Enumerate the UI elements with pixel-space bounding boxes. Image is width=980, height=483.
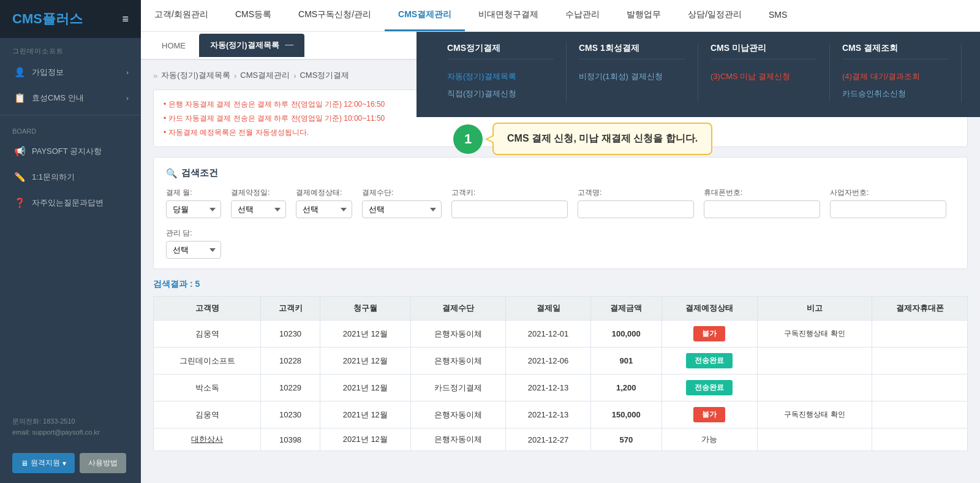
- sidebar-buttons: 🖥 원격지원 ▾ 사용방법: [0, 447, 141, 483]
- dropdown-link-direct-apply[interactable]: 직접(정기)결제신청: [447, 85, 554, 102]
- badge-sent: 전송완료: [686, 380, 733, 395]
- nav-item-cms-register[interactable]: CMS등록: [222, 0, 285, 31]
- logo-plus: 플러스: [42, 11, 83, 26]
- search-field-status: 결제예정상태: 선택가능불가전송완료: [296, 188, 352, 218]
- search-title: 🔍 검색조건: [166, 167, 955, 179]
- dropdown-link-unpaid-apply[interactable]: (3)CMS 미납 결제신청: [710, 68, 817, 85]
- notice-icon: 📢: [14, 146, 26, 157]
- top-nav: 고객/회원관리 CMS등록 CMS구독신청/관리 CMS결제관리 비대면청구결제…: [141, 0, 980, 32]
- dropdown-title-unpaid: CMS 미납관리: [710, 43, 817, 59]
- tab-auto-payment[interactable]: 자동(정기)결제목록 —: [199, 34, 304, 57]
- nav-item-sms[interactable]: SMS: [755, 0, 801, 31]
- sidebar-item-membership[interactable]: 👤 가입정보 ›: [0, 59, 141, 85]
- search-label-phone: 휴대폰번호:: [704, 188, 820, 198]
- search-select-manager[interactable]: 선택: [166, 241, 221, 259]
- tab-close-icon[interactable]: —: [285, 40, 293, 50]
- results-label: 검색결과 :: [153, 279, 193, 289]
- dropdown-col-once: CMS 1회성결제 비정기(1회성) 결제신청: [567, 43, 698, 102]
- dropdown-link-card-cancel[interactable]: 카드승인취소신청: [842, 85, 949, 102]
- td-payment-method: 은행자동이체: [410, 401, 506, 428]
- nav-item-cms-payment[interactable]: CMS결제관리: [385, 0, 465, 31]
- remote-support-button[interactable]: 🖥 원격지원 ▾: [12, 453, 75, 473]
- table-row: 대한상사 10398 2021년 12월 은행자동이체 2021-12-27 5…: [154, 428, 968, 451]
- tab-home[interactable]: HOME: [151, 35, 197, 56]
- tooltip-text: CMS 결제 신청, 미납 재결제 신청을 합니다.: [507, 133, 698, 143]
- search-label-month: 결제 월:: [166, 188, 221, 198]
- td-billing-month: 2021년 12월: [320, 348, 410, 375]
- faq-icon: ❓: [14, 197, 26, 208]
- td-customer-name[interactable]: 대한상사: [154, 428, 261, 451]
- search-field-month: 결제 월: 당월전월2개월전: [166, 188, 221, 218]
- breadcrumb-cms-payment[interactable]: CMS결제관리: [240, 70, 290, 81]
- dropdown-col-regular: CMS정기결제 자동(정기)결제목록 직접(정기)결제신청: [435, 43, 567, 102]
- th-payment-status: 결제예정상태: [662, 297, 757, 321]
- search-select-method[interactable]: 선택은행자동이체카드정기결제: [362, 200, 442, 218]
- sidebar-item-label-membership: 가입정보: [32, 67, 64, 78]
- table-row: 김웅역 10230 2021년 12월 은행자동이체 2021-12-01 10…: [154, 321, 968, 348]
- td-amount: 901: [590, 348, 662, 375]
- breadcrumb-sep-2: ›: [293, 71, 296, 80]
- td-customer-name: 김웅역: [154, 401, 261, 428]
- nav-item-consult[interactable]: 상담/일정관리: [674, 0, 755, 31]
- breadcrumb-sep-1: ›: [234, 71, 236, 80]
- th-customer-key: 고객키: [261, 297, 320, 321]
- nav-item-receipt[interactable]: 수납관리: [552, 0, 613, 31]
- tooltip-number: 1: [464, 131, 472, 147]
- tab-active-label: 자동(정기)결제목록: [210, 40, 279, 50]
- search-label-status: 결제예정상태:: [296, 188, 352, 198]
- sidebar-item-notice[interactable]: 📢 PAYSOFT 공지사항: [0, 139, 141, 164]
- dropdown-link-auto-list[interactable]: 자동(정기)결제목록: [447, 68, 554, 85]
- breadcrumb-cms-regular[interactable]: CMS정기결제: [300, 70, 349, 81]
- search-input-customer-key[interactable]: [451, 200, 568, 218]
- search-label-method: 결제수단:: [362, 188, 442, 198]
- search-input-phone[interactable]: [704, 200, 820, 218]
- nav-item-customer[interactable]: 고객/회원관리: [141, 0, 222, 31]
- search-select-date[interactable]: 선택1일5일10일15일20일25일: [231, 200, 286, 218]
- td-phone: [872, 375, 968, 401]
- nav-item-publish[interactable]: 발행업무: [613, 0, 674, 31]
- nav-item-non-face[interactable]: 비대면청구결제: [465, 0, 552, 31]
- sidebar-item-inquiry[interactable]: ✏️ 1:1문의하기: [0, 164, 141, 190]
- search-field-customer-key: 고객키:: [451, 188, 568, 218]
- th-payment-method: 결제수단: [410, 297, 506, 321]
- search-label-customer-key: 고객키:: [451, 188, 568, 198]
- badge-sent: 전송완료: [686, 353, 733, 368]
- sidebar-item-label-cms-guide: 효성CMS 안내: [32, 93, 84, 104]
- sidebar-contact: 문의전화: 1833-2510 email: support@paysoft.c…: [0, 407, 141, 447]
- th-customer-name: 고객명: [154, 297, 261, 321]
- sidebar-item-faq[interactable]: ❓ 자주있는질문과답변: [0, 190, 141, 216]
- search-field-customer-name: 고객명:: [578, 188, 694, 218]
- menu-toggle-icon[interactable]: ≡: [122, 13, 129, 26]
- search-input-biz-no[interactable]: [830, 200, 946, 218]
- table-header-row: 고객명 고객키 청구월 결제수단 결제일 결제금액 결제예정상태 비고 결제자휴…: [154, 297, 968, 321]
- td-status: 전송완료: [662, 348, 757, 375]
- td-customer-name: 그린데이소프트: [154, 348, 261, 375]
- search-select-status[interactable]: 선택가능불가전송완료: [296, 200, 352, 218]
- td-payment-method: 카드정기결제: [410, 375, 506, 401]
- td-phone: [872, 428, 968, 451]
- td-note: [757, 428, 872, 451]
- dropdown-link-queue-result[interactable]: (4)결제 대기/결과조회: [842, 68, 949, 85]
- sidebar-logo: CMS플러스 ≡: [0, 0, 141, 38]
- td-status: 가능: [662, 428, 757, 451]
- td-customer-key: 10398: [261, 428, 320, 451]
- search-select-month[interactable]: 당월전월2개월전: [166, 200, 221, 218]
- search-label-date: 결제약정일:: [231, 188, 286, 198]
- dropdown-title-once: CMS 1회성결제: [579, 43, 685, 59]
- td-billing-month: 2021년 12월: [320, 401, 410, 428]
- breadcrumb-auto-payment[interactable]: 자동(정기)결제목록: [161, 70, 230, 81]
- search-field-biz-no: 사업자번호:: [830, 188, 946, 218]
- usage-button[interactable]: 사용방법: [80, 453, 126, 473]
- data-table: 고객명 고객키 청구월 결제수단 결제일 결제금액 결제예정상태 비고 결제자휴…: [153, 296, 968, 451]
- search-label-manager: 관리 담:: [166, 228, 221, 238]
- td-status: 전송완료: [662, 375, 757, 401]
- sidebar-company-label: 그린데이소프트: [0, 38, 141, 59]
- td-payment-date: 2021-12-13: [506, 375, 590, 401]
- nav-item-cms-subscribe[interactable]: CMS구독신청/관리: [285, 0, 385, 31]
- inquiry-icon: ✏️: [14, 172, 26, 183]
- dropdown-link-irregular[interactable]: 비정기(1회성) 결제신청: [579, 68, 685, 85]
- search-input-customer-name[interactable]: [578, 200, 694, 218]
- td-billing-month: 2021년 12월: [320, 428, 410, 451]
- td-payment-method: 은행자동이체: [410, 428, 506, 451]
- sidebar-item-cms-guide[interactable]: 📋 효성CMS 안내 ›: [0, 85, 141, 111]
